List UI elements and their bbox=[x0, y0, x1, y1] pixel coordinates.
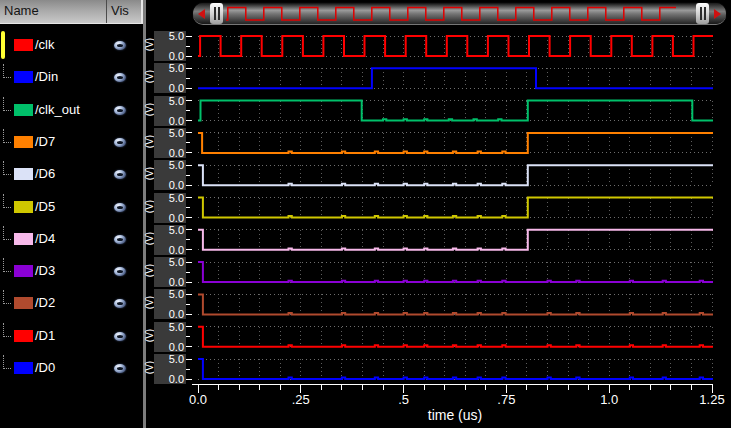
y-axis-tick-labels: 5.00.0 bbox=[154, 225, 186, 255]
waveform-trace-D2 bbox=[198, 294, 713, 314]
time-axis-label: time (us) bbox=[375, 407, 535, 423]
y-axis-unit-label: (V) bbox=[144, 97, 155, 121]
x-axis-tick-label: 0.0 bbox=[176, 392, 220, 407]
y-axis-unit-label: (V) bbox=[144, 194, 155, 218]
y-tick-bottom-label: 0.0 bbox=[169, 115, 184, 127]
y-tick-top-label: 5.0 bbox=[169, 95, 184, 107]
x-axis-tick-label: .75 bbox=[484, 392, 528, 407]
y-tick-bottom-label: 0.0 bbox=[169, 373, 184, 385]
y-axis-unit-label: (V) bbox=[144, 226, 155, 250]
y-tick-top-label: 5.0 bbox=[169, 30, 184, 42]
y-axis-tick-labels: 5.00.0 bbox=[154, 354, 186, 384]
waveform-trace-Din bbox=[198, 68, 713, 88]
y-tick-bottom-label: 0.0 bbox=[169, 179, 184, 191]
waveform-trace-clk_out bbox=[198, 101, 713, 121]
waveform-trace-D7 bbox=[198, 133, 713, 153]
y-axis-tick-labels: 5.00.0 bbox=[154, 63, 186, 93]
y-tick-bottom-label: 0.0 bbox=[169, 82, 184, 94]
waveform-trace-D6 bbox=[198, 165, 713, 185]
waveform-trace-D1 bbox=[198, 327, 713, 347]
y-tick-top-label: 5.0 bbox=[169, 224, 184, 236]
y-axis-unit-label: (V) bbox=[144, 259, 155, 283]
waveform-trace-D4 bbox=[198, 230, 713, 250]
waveform-trace-D5 bbox=[198, 198, 713, 218]
y-axis-tick-labels: 5.00.0 bbox=[154, 160, 186, 190]
x-axis-tick-label: 1.25 bbox=[690, 392, 731, 407]
y-tick-bottom-label: 0.0 bbox=[169, 147, 184, 159]
waveform-trace-clk bbox=[198, 36, 713, 56]
y-axis-tick-labels: 5.00.0 bbox=[154, 193, 186, 223]
x-axis-tick-label: .25 bbox=[279, 392, 323, 407]
y-axis-tick-labels: 5.00.0 bbox=[154, 322, 186, 352]
waveform-canvas[interactable] bbox=[0, 0, 731, 428]
waveform-viewer-window: Name Vis /clk/Din/clk_out/D7/D6/D5/D4/D3… bbox=[0, 0, 731, 428]
y-tick-bottom-label: 0.0 bbox=[169, 276, 184, 288]
y-tick-top-label: 5.0 bbox=[169, 62, 184, 74]
y-tick-bottom-label: 0.0 bbox=[169, 244, 184, 256]
y-tick-bottom-label: 0.0 bbox=[169, 308, 184, 320]
y-axis-tick-labels: 5.00.0 bbox=[154, 31, 186, 61]
y-tick-top-label: 5.0 bbox=[169, 127, 184, 139]
waveform-trace-D3 bbox=[198, 262, 713, 282]
y-tick-top-label: 5.0 bbox=[169, 159, 184, 171]
y-tick-top-label: 5.0 bbox=[169, 353, 184, 365]
y-tick-bottom-label: 0.0 bbox=[169, 50, 184, 62]
y-tick-bottom-label: 0.0 bbox=[169, 212, 184, 224]
y-axis-tick-labels: 5.00.0 bbox=[154, 289, 186, 319]
y-axis-tick-labels: 5.00.0 bbox=[154, 96, 186, 126]
y-tick-bottom-label: 0.0 bbox=[169, 341, 184, 353]
y-axis-unit-label: (V) bbox=[144, 33, 155, 57]
y-axis-tick-labels: 5.00.0 bbox=[154, 128, 186, 158]
y-axis-tick-labels: 5.00.0 bbox=[154, 257, 186, 287]
x-axis-tick-label: 1.0 bbox=[587, 392, 631, 407]
y-tick-top-label: 5.0 bbox=[169, 288, 184, 300]
y-tick-top-label: 5.0 bbox=[169, 321, 184, 333]
y-axis-unit-label: (V) bbox=[144, 356, 155, 380]
y-axis-unit-label: (V) bbox=[144, 65, 155, 89]
x-axis-tick-label: .5 bbox=[382, 392, 426, 407]
waveform-trace-D0 bbox=[198, 359, 713, 379]
y-axis-unit-label: (V) bbox=[144, 162, 155, 186]
y-tick-top-label: 5.0 bbox=[169, 192, 184, 204]
y-axis-unit-label: (V) bbox=[144, 323, 155, 347]
y-axis-unit-label: (V) bbox=[144, 291, 155, 315]
y-tick-top-label: 5.0 bbox=[169, 256, 184, 268]
y-axis-unit-label: (V) bbox=[144, 129, 155, 153]
